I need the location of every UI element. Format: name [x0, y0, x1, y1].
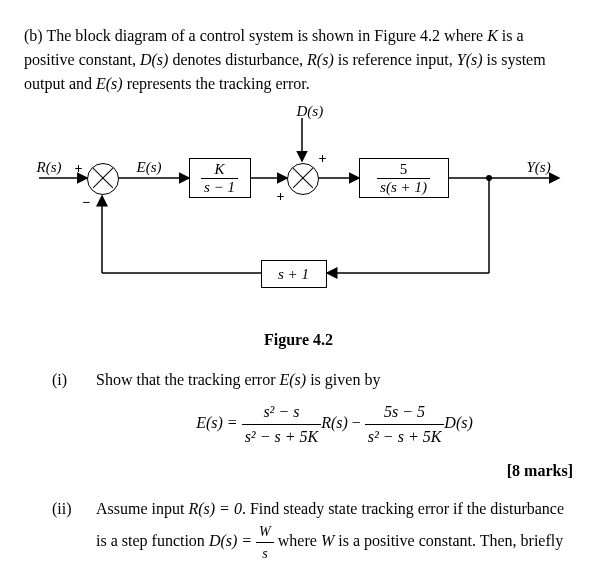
block-feedback: s + 1: [261, 260, 327, 288]
var-Ys: Y(s): [457, 51, 483, 68]
part-label: (b): [24, 27, 43, 44]
formula-lhs: E(s) =: [196, 414, 241, 431]
eq-Ds-lhs: D(s) =: [209, 532, 256, 549]
intro-text: denotes disturbance,: [168, 51, 307, 68]
ds-frac-den: s: [256, 543, 274, 564]
block2-den: s(s + 1): [377, 179, 430, 196]
block-diagram: D(s) R(s) Y(s) E(s) + − + + K s − 1 5 s(…: [29, 108, 569, 318]
frac1-num: s² − s: [242, 400, 322, 425]
intro-text: The block diagram of a control system is…: [46, 27, 487, 44]
ds-frac-num: W: [256, 521, 274, 543]
block1-num: K: [201, 161, 238, 179]
item-i-row: (i) Show that the tracking error E(s) is…: [24, 368, 573, 453]
pickoff-node: [486, 175, 492, 181]
minus: −: [348, 414, 365, 431]
sign-plus: +: [75, 158, 83, 179]
label-Es: E(s): [137, 156, 162, 179]
item-i-marks: [8 marks]: [24, 459, 573, 483]
frac1-den: s² − s + 5K: [242, 425, 322, 449]
sign-plus: +: [319, 148, 327, 169]
item-i-formula: E(s) = s² − s s² − s + 5K R(s) − 5s − 5 …: [96, 400, 573, 449]
summing-junction-2: [287, 163, 319, 195]
item-i-content: Show that the tracking error E(s) is giv…: [96, 368, 573, 453]
eq-Rs: R(s) = 0: [188, 500, 241, 517]
block-plant: 5 s(s + 1): [359, 158, 449, 198]
sign-plus: +: [277, 186, 285, 207]
var-Es: E(s): [96, 75, 123, 92]
item-ii-row: (ii) Assume input R(s) = 0. Find steady …: [24, 497, 573, 568]
item-ii-label: (ii): [52, 497, 96, 521]
intro-paragraph: (b) The block diagram of a control syste…: [24, 24, 573, 96]
summing-junction-1: [87, 163, 119, 195]
item-ii-content: Assume input R(s) = 0. Find steady state…: [96, 497, 573, 568]
item-i-text: is given by: [306, 371, 380, 388]
label-Ds: D(s): [297, 100, 324, 123]
label-Rs: R(s): [37, 156, 62, 179]
frac2-den: s² − s + 5K: [365, 425, 445, 449]
block-controller: K s − 1: [189, 158, 251, 198]
block1-den: s − 1: [201, 179, 238, 196]
item-i-text: Show that the tracking error: [96, 371, 280, 388]
block2-num: 5: [377, 161, 430, 179]
figure-caption: Figure 4.2: [24, 328, 573, 352]
label-Ys: Y(s): [527, 156, 551, 179]
var-Ds: D(s): [140, 51, 168, 68]
intro-text: is reference input,: [334, 51, 457, 68]
var-Ds: D(s): [444, 414, 472, 431]
sign-minus: −: [83, 192, 91, 213]
item-ii-text: Assume input: [96, 500, 188, 517]
frac2-num: 5s − 5: [365, 400, 445, 425]
item-i-label: (i): [52, 368, 96, 392]
var-W: W: [321, 532, 334, 549]
intro-text: represents the tracking error.: [123, 75, 310, 92]
var-Es: E(s): [280, 371, 307, 388]
var-Rs: R(s): [307, 51, 334, 68]
item-ii-text: where: [274, 532, 321, 549]
var-Rs: R(s): [321, 414, 348, 431]
var-K: K: [487, 27, 498, 44]
